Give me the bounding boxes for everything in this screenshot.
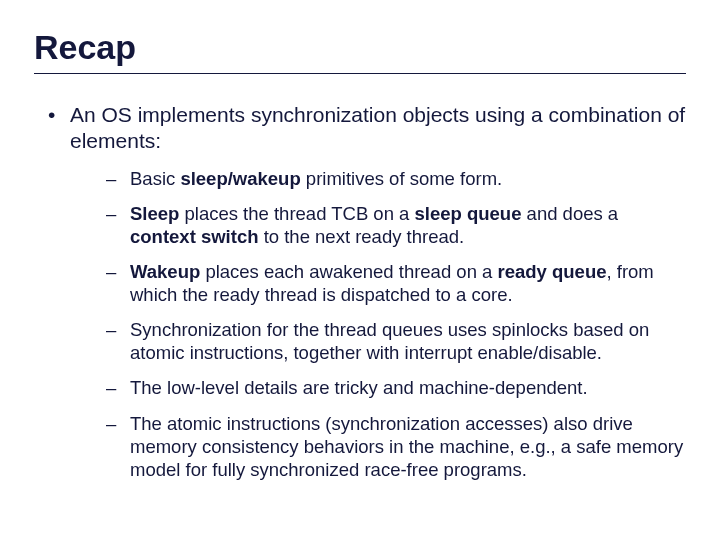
bullet-dash-icon: –	[106, 376, 130, 399]
item-text: The atomic instructions (synchronization…	[130, 412, 686, 481]
list-item: – The atomic instructions (synchronizati…	[106, 412, 686, 481]
list-item: – Wakeup places each awakened thread on …	[106, 260, 686, 306]
list-item: – Synchronization for the thread queues …	[106, 318, 686, 364]
bullet-dash-icon: –	[106, 202, 130, 248]
item-text: Sleep places the thread TCB on a sleep q…	[130, 202, 686, 248]
list-item: – The low-level details are tricky and m…	[106, 376, 686, 399]
list-item: – Basic sleep/wakeup primitives of some …	[106, 167, 686, 190]
title-rule	[34, 73, 686, 74]
lead-text: An OS implements synchronization objects…	[70, 102, 686, 155]
bullet-list: • An OS implements synchronization objec…	[34, 102, 686, 485]
slide: Recap • An OS implements synchronization…	[0, 0, 720, 540]
bullet-dash-icon: –	[106, 412, 130, 481]
bullet-dash-icon: –	[106, 167, 130, 190]
bullet-dot-icon: •	[48, 102, 70, 485]
slide-title: Recap	[34, 28, 686, 67]
list-item: • An OS implements synchronization objec…	[34, 102, 686, 485]
sub-list: – Basic sleep/wakeup primitives of some …	[70, 167, 686, 481]
bullet-dash-icon: –	[106, 260, 130, 306]
bullet-dash-icon: –	[106, 318, 130, 364]
item-text: Synchronization for the thread queues us…	[130, 318, 686, 364]
item-text: Wakeup places each awakened thread on a …	[130, 260, 686, 306]
list-item: – Sleep places the thread TCB on a sleep…	[106, 202, 686, 248]
item-text: The low-level details are tricky and mac…	[130, 376, 588, 399]
item-text: Basic sleep/wakeup primitives of some fo…	[130, 167, 502, 190]
